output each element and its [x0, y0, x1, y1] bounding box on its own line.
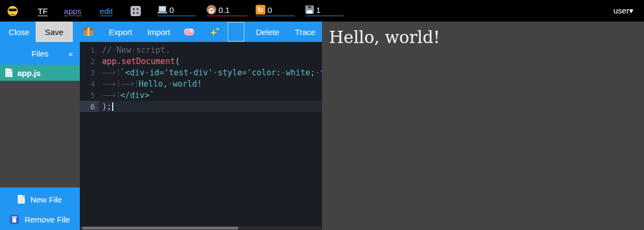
- stat-machines[interactable]: 0: [157, 5, 196, 16]
- horizontal-scrollbar[interactable]: [80, 226, 322, 230]
- stat-value: 1: [316, 5, 320, 15]
- editor-toolbar: Close Save Export Import Delete Trace: [0, 22, 322, 42]
- tab-whitespace-icon: [120, 80, 137, 87]
- code-token: Hello,: [139, 79, 168, 89]
- code-token: ·: [131, 45, 136, 55]
- text-cursor: [112, 102, 113, 111]
- code-token: (: [175, 57, 180, 66]
- code-token: ·: [112, 45, 117, 55]
- code-token: //: [102, 45, 112, 55]
- tab-whitespace-icon: [102, 92, 119, 99]
- nav-link-edit[interactable]: edit: [100, 6, 113, 16]
- code-text: `<div·id='test-div'·style='color:·white;…: [99, 68, 322, 78]
- empty-toolbar-slot[interactable]: [228, 22, 244, 41]
- stat-saves[interactable]: 1: [305, 5, 344, 16]
- code-token: );: [102, 102, 112, 111]
- code-token: app.setDocument: [102, 57, 175, 66]
- file-item-appjs[interactable]: app.js: [0, 65, 80, 81]
- code-token: ·: [315, 68, 320, 78]
- refresh-icon: [256, 5, 265, 15]
- code-token: white;: [286, 68, 315, 78]
- remove-file-label: Remove File: [24, 215, 70, 224]
- left-pane: Close Save Export Import Delete Trace Fi…: [0, 22, 322, 230]
- code-text: app.setDocument(: [99, 57, 180, 66]
- package-icon[interactable]: [84, 27, 93, 36]
- code-token: `<div: [120, 68, 145, 78]
- trace-button[interactable]: Trace: [295, 27, 316, 37]
- stat-value: 0: [268, 5, 272, 15]
- code-text: Hello,·world!: [99, 79, 202, 89]
- code-lines: 1//·New·script.2app.setDocument(3`<div·i…: [80, 44, 322, 112]
- sunglasses-emoji-icon[interactable]: [8, 6, 18, 16]
- code-text: </div>`: [99, 90, 154, 100]
- stat-refresh[interactable]: 0: [256, 5, 295, 16]
- files-header: Files «: [0, 42, 80, 65]
- code-line[interactable]: 5</div>`: [80, 89, 322, 101]
- code-token: ·: [213, 68, 218, 78]
- new-file-label: New File: [30, 195, 61, 204]
- tab-whitespace-icon: [102, 80, 119, 87]
- preview-heading: Hello, world!: [329, 27, 644, 47]
- export-button[interactable]: Export: [109, 27, 132, 37]
- file-icon: [5, 68, 12, 77]
- code-token: ·: [281, 68, 286, 78]
- user-menu[interactable]: user▾: [613, 6, 633, 16]
- line-number: 6: [80, 101, 99, 112]
- import-button[interactable]: Import: [147, 27, 170, 37]
- code-token: New: [117, 45, 131, 55]
- dice-icon[interactable]: [131, 6, 141, 16]
- line-number: 5: [80, 89, 99, 101]
- file-name: app.js: [17, 68, 40, 78]
- code-token: ·: [145, 68, 149, 78]
- code-token: script.: [136, 45, 170, 55]
- file-list-empty-area: [0, 81, 80, 187]
- code-line[interactable]: 3`<div·id='test-div'·style='color:·white…: [80, 67, 322, 78]
- collapse-sidebar-icon[interactable]: «: [68, 49, 73, 58]
- top-bar: TF apps edit 0 0.1 0 1 user▾: [0, 0, 644, 22]
- stat-value: 0.1: [218, 5, 230, 15]
- floppy-icon: [305, 5, 314, 14]
- code-token: ·: [168, 79, 173, 89]
- delete-button[interactable]: Delete: [256, 27, 279, 37]
- files-sidebar: Files « app.js New File Remove File: [0, 42, 80, 230]
- brand-link[interactable]: TF: [38, 6, 47, 16]
- code-token: style='color:: [218, 68, 281, 78]
- close-button[interactable]: Close: [9, 27, 29, 37]
- code-text: //·New·script.: [99, 45, 170, 55]
- code-line[interactable]: 2app.setDocument(: [80, 55, 322, 67]
- soap-icon[interactable]: [184, 29, 194, 36]
- content: Close Save Export Import Delete Trace Fi…: [0, 22, 644, 230]
- line-number: 1: [80, 44, 99, 55]
- scrollbar-thumb[interactable]: [82, 227, 238, 229]
- code-token: f: [320, 68, 322, 78]
- workspace: Files « app.js New File Remove File: [0, 42, 322, 230]
- code-line[interactable]: 6);: [80, 101, 322, 112]
- sparkles-icon[interactable]: [210, 27, 220, 37]
- code-token: </div>`: [120, 90, 154, 100]
- hamster-icon: [207, 5, 216, 15]
- preview-pane: Hello, world!: [322, 22, 644, 230]
- save-button[interactable]: Save: [36, 22, 72, 42]
- code-line[interactable]: 4Hello,·world!: [80, 78, 322, 89]
- nav-link-apps[interactable]: apps: [64, 6, 81, 16]
- new-file-button[interactable]: New File: [0, 192, 80, 206]
- laptop-icon: [157, 6, 167, 13]
- stat-credits[interactable]: 0.1: [207, 5, 248, 16]
- stat-value: 0: [169, 5, 174, 15]
- line-number: 3: [80, 67, 99, 78]
- code-text: );: [99, 102, 113, 111]
- code-token: id='test-div': [149, 68, 213, 78]
- line-number: 2: [80, 55, 99, 67]
- code-token: world!: [173, 79, 202, 89]
- remove-file-button[interactable]: Remove File: [0, 212, 80, 226]
- remove-file-icon: [10, 215, 19, 224]
- line-number: 4: [80, 78, 99, 89]
- new-file-icon: [18, 195, 25, 204]
- code-line[interactable]: 1//·New·script.: [80, 44, 322, 55]
- sidebar-actions: New File Remove File: [0, 187, 80, 230]
- code-editor[interactable]: 1//·New·script.2app.setDocument(3`<div·i…: [80, 42, 322, 230]
- tab-whitespace-icon: [102, 69, 119, 76]
- files-title: Files: [31, 49, 49, 58]
